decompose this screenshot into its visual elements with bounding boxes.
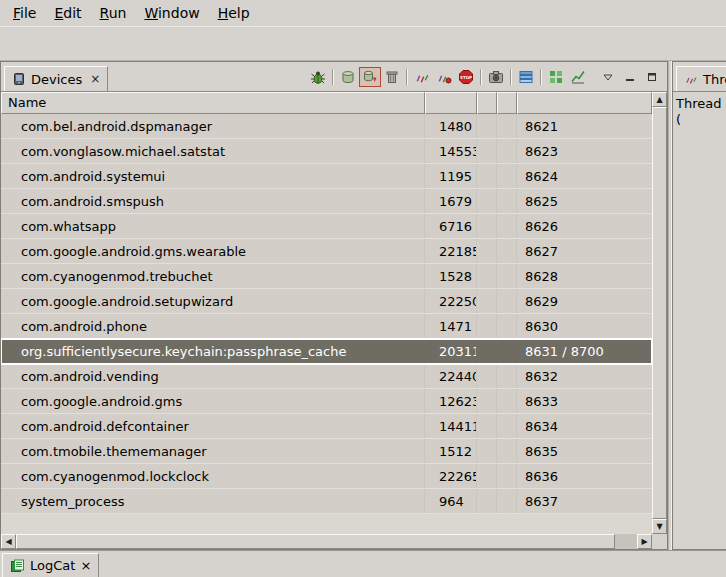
- table-row[interactable]: com.android.smspush16798625: [1, 189, 652, 214]
- table-cell: 8627: [517, 239, 652, 263]
- column-header-2[interactable]: [497, 92, 517, 114]
- table-cell: com.cyanogenmod.lockclock: [1, 464, 425, 488]
- threads-tabbar: Threads: [673, 62, 726, 91]
- table-header: Name: [1, 92, 652, 114]
- table-cell: com.android.vending: [1, 364, 425, 388]
- column-header-pid[interactable]: [425, 92, 477, 114]
- view-hierarchy-button[interactable]: [515, 67, 537, 87]
- close-icon[interactable]: ×: [90, 72, 100, 86]
- table-cell: 8633: [517, 389, 652, 413]
- table-row[interactable]: com.vonglasow.michael.satstat145538623: [1, 139, 652, 164]
- table-row[interactable]: com.cyanogenmod.lockclock222658636: [1, 464, 652, 489]
- table-cell: [497, 289, 517, 313]
- table-cell: 20311: [425, 339, 477, 364]
- table-cell: [497, 364, 517, 388]
- devices-tabbar: Devices ×: [1, 62, 667, 91]
- stop-process-button[interactable]: STOP: [455, 67, 477, 87]
- table-cell: 6716: [425, 214, 477, 238]
- table-cell: 8637: [517, 489, 652, 513]
- table-cell: [497, 489, 517, 513]
- table-cell: 8630: [517, 314, 652, 338]
- maximize-button[interactable]: [641, 67, 663, 87]
- column-header-1[interactable]: [477, 92, 497, 114]
- stop-icon: STOP: [458, 69, 474, 85]
- update-heap-button[interactable]: [337, 67, 359, 87]
- table-row[interactable]: com.android.defcontainer144118634: [1, 414, 652, 439]
- close-icon[interactable]: ×: [80, 558, 91, 573]
- horizontal-scrollbar-track[interactable]: [615, 534, 637, 549]
- menu-edit[interactable]: Edit: [45, 2, 90, 24]
- table-row[interactable]: com.android.vending224408632: [1, 364, 652, 389]
- network-stats-button[interactable]: [567, 67, 589, 87]
- table-row[interactable]: system_process9648637: [1, 489, 652, 514]
- table-cell: 8632: [517, 364, 652, 388]
- method-profiling-button[interactable]: [433, 67, 455, 87]
- minimize-button[interactable]: [619, 67, 641, 87]
- table-cell: 8623: [517, 139, 652, 163]
- table-cell: com.android.systemui: [1, 164, 425, 188]
- column-header-port[interactable]: [517, 92, 652, 114]
- table-cell: 14553: [425, 139, 477, 163]
- table-cell: system_process: [1, 489, 425, 513]
- table-cell: [497, 189, 517, 213]
- table-row[interactable]: com.android.systemui11958624: [1, 164, 652, 189]
- table-row[interactable]: org.sufficientlysecure.keychain:passphra…: [1, 339, 652, 364]
- table-cell: [477, 114, 497, 138]
- table-cell: 1195: [425, 164, 477, 188]
- table-cell: com.cyanogenmod.trebuchet: [1, 264, 425, 288]
- menu-window[interactable]: Window: [135, 2, 208, 24]
- table-cell: 8629: [517, 289, 652, 313]
- debug-process-button[interactable]: [307, 67, 329, 87]
- scroll-left-button[interactable]: ◀: [1, 534, 16, 549]
- scroll-up-button[interactable]: ▲: [652, 92, 667, 107]
- update-threads-button[interactable]: [411, 67, 433, 87]
- table-cell: [497, 139, 517, 163]
- menu-file[interactable]: File: [4, 2, 45, 24]
- table-cell: com.google.android.gms: [1, 389, 425, 413]
- scroll-right-button[interactable]: ▶: [637, 534, 652, 549]
- horizontal-scrollbar-thumb[interactable]: [16, 534, 615, 549]
- scroll-right-icon: ▶: [641, 538, 647, 546]
- toolbar-separator: [540, 69, 542, 85]
- table-row[interactable]: com.google.android.gms126238633: [1, 389, 652, 414]
- tab-logcat[interactable]: LogCat ×: [2, 553, 99, 577]
- vertical-scrollbar[interactable]: ▲ ▼: [652, 92, 667, 534]
- tab-threads-label: Threads: [703, 72, 726, 87]
- main-toolbar: [0, 26, 726, 61]
- tab-threads[interactable]: Threads: [676, 66, 726, 91]
- menu-help[interactable]: Help: [209, 2, 259, 24]
- vertical-scrollbar-thumb[interactable]: [652, 107, 667, 519]
- column-header-name[interactable]: Name: [1, 92, 425, 114]
- table-cell: [477, 414, 497, 438]
- table-cell: [477, 364, 497, 388]
- table-cell: [477, 264, 497, 288]
- scroll-left-icon: ◀: [5, 538, 11, 546]
- scroll-down-button[interactable]: ▼: [652, 519, 667, 534]
- method-profiling-icon: [436, 69, 452, 85]
- table-row[interactable]: com.bel.android.dspmanager14808621: [1, 114, 652, 139]
- table-cell: com.tmobile.thememanager: [1, 439, 425, 463]
- table-row[interactable]: com.tmobile.thememanager15128635: [1, 439, 652, 464]
- menu-run[interactable]: Run: [91, 2, 136, 24]
- horizontal-scrollbar[interactable]: ◀ ▶: [1, 534, 667, 549]
- table-cell: [477, 339, 497, 364]
- table-cell: com.google.android.gms.wearable: [1, 239, 425, 263]
- cause-gc-button[interactable]: [381, 67, 403, 87]
- table-row[interactable]: com.google.android.setupwizard222508629: [1, 289, 652, 314]
- screen-capture-button[interactable]: [485, 67, 507, 87]
- toolbar-separator: [480, 69, 482, 85]
- table-row[interactable]: com.google.android.gms.wearable221858627: [1, 239, 652, 264]
- table-cell: com.vonglasow.michael.satstat: [1, 139, 425, 163]
- menu-bar: File Edit Run Window Help: [0, 0, 726, 26]
- camera-icon: [488, 69, 504, 85]
- dump-hprof-button[interactable]: [359, 67, 381, 87]
- table-cell: 8626: [517, 214, 652, 238]
- table-cell: [497, 439, 517, 463]
- systrace-button[interactable]: [545, 67, 567, 87]
- table-row[interactable]: com.cyanogenmod.trebuchet15288628: [1, 264, 652, 289]
- tab-devices[interactable]: Devices ×: [4, 66, 108, 91]
- table-row[interactable]: com.whatsapp67168626: [1, 214, 652, 239]
- table-row[interactable]: com.android.phone14718630: [1, 314, 652, 339]
- view-menu-button[interactable]: [597, 67, 619, 87]
- threads-panel: Threads Thread up (: [672, 61, 726, 550]
